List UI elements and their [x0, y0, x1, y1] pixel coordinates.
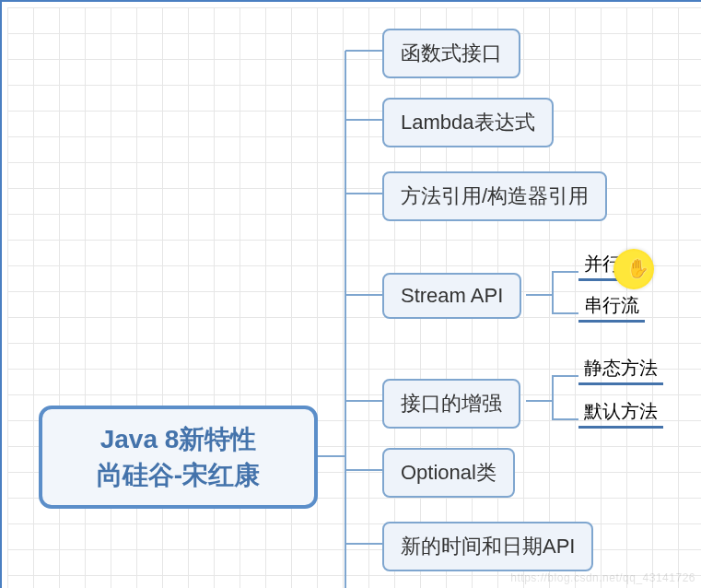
root-line2: 尚硅谷-宋红康 [97, 457, 260, 493]
leaf-default-method[interactable]: 默认方法 [578, 399, 663, 429]
leaf-sequential-stream[interactable]: 串行流 [578, 293, 645, 323]
node-stream-api[interactable]: Stream API [382, 273, 521, 319]
root-node[interactable]: Java 8新特性 尚硅谷-宋红康 [39, 406, 318, 509]
node-interface-enhance[interactable]: 接口的增强 [382, 379, 520, 429]
node-method-reference[interactable]: 方法引用/构造器引用 [382, 171, 607, 221]
mindmap-canvas[interactable]: Java 8新特性 尚硅谷-宋红康 函数式接口 Lambda表达式 方法引用/构… [0, 0, 701, 588]
watermark: https://blog.csdn.net/qq_43141726 [510, 571, 695, 584]
node-lambda[interactable]: Lambda表达式 [382, 98, 554, 147]
node-functional-interface[interactable]: 函数式接口 [382, 29, 520, 78]
root-line1: Java 8新特性 [100, 421, 257, 457]
node-datetime-api[interactable]: 新的时间和日期API [382, 522, 593, 571]
node-optional[interactable]: Optional类 [382, 448, 515, 498]
cursor-hand-icon: ✋ [626, 257, 649, 279]
leaf-static-method[interactable]: 静态方法 [578, 356, 663, 385]
